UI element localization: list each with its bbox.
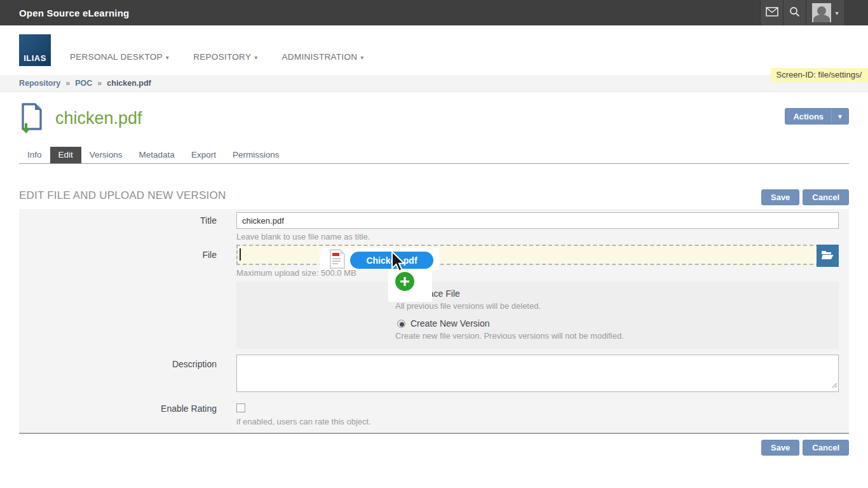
chevron-down-icon: ▾	[254, 54, 257, 61]
description-textarea[interactable]	[236, 355, 839, 392]
title-field-label: Title	[19, 212, 217, 241]
main-header: ILIAS PERSONAL DESKTOP▾ REPOSITORY▾ ADMI…	[0, 25, 868, 75]
create-new-version-option[interactable]: Create New Version	[397, 318, 839, 329]
chevron-down-icon: ▾	[166, 54, 169, 61]
user-avatar	[812, 3, 831, 22]
tab-metadata[interactable]: Metadata	[131, 147, 183, 163]
file-download-icon	[19, 102, 44, 137]
ilias-logo[interactable]: ILIAS	[19, 34, 51, 66]
main-nav: PERSONAL DESKTOP▾ REPOSITORY▾ ADMINISTRA…	[70, 52, 364, 67]
text-caret	[240, 248, 241, 261]
actions-button[interactable]: Actions ▼	[785, 108, 849, 125]
page-title: chicken.pdf	[55, 109, 142, 128]
breadcrumb-repository[interactable]: Repository	[19, 79, 60, 88]
upload-mode-group: Replace File All previous file versions …	[236, 281, 839, 349]
breadcrumb-poc[interactable]: POC	[75, 79, 92, 88]
edit-file-form: Title Leave blank to use file name as ti…	[19, 209, 849, 434]
tab-bar: Info Edit Versions Metadata Export Permi…	[19, 147, 849, 164]
browse-files-button[interactable]	[817, 245, 839, 267]
create-new-version-byline: Create new file version. Previous versio…	[395, 331, 839, 341]
breadcrumb-current: chicken.pdf	[107, 79, 151, 88]
radio-selected-icon[interactable]	[397, 320, 405, 328]
tab-versions[interactable]: Versions	[81, 147, 131, 163]
cancel-button-bottom[interactable]: Cancel	[803, 440, 849, 456]
rating-field-label: Enable Rating	[19, 403, 217, 426]
user-menu-button[interactable]: ▾	[806, 0, 845, 25]
chevron-down-icon: ▾	[835, 10, 838, 17]
chevron-down-icon: ▼	[831, 109, 848, 124]
rating-field-byline: if enabled, users can rate this object.	[236, 417, 839, 426]
cancel-button[interactable]: Cancel	[803, 189, 849, 205]
mail-button[interactable]	[760, 0, 783, 25]
folder-open-icon	[821, 250, 834, 262]
title-field-byline: Leave blank to use file name as title.	[236, 232, 839, 241]
tab-edit[interactable]: Edit	[50, 147, 81, 163]
tab-permissions[interactable]: Permissions	[224, 147, 288, 163]
save-button[interactable]: Save	[761, 189, 799, 205]
tab-info[interactable]: Info	[19, 147, 50, 163]
top-bar: Open Source eLearning ▾	[0, 0, 868, 25]
description-field-label: Description	[19, 355, 217, 392]
screen-id-badge: Screen-ID: file/settings/	[771, 68, 868, 82]
nav-personal-desktop[interactable]: PERSONAL DESKTOP▾	[70, 52, 169, 62]
nav-repository[interactable]: REPOSITORY▾	[193, 52, 257, 62]
replace-file-byline: All previous file versions will be delet…	[395, 301, 839, 311]
pdf-file-icon	[330, 249, 345, 271]
resize-handle[interactable]	[831, 379, 837, 391]
file-field-label: File	[19, 245, 217, 349]
breadcrumb: Repository » POC » chicken.pdf	[0, 75, 868, 92]
save-button-bottom[interactable]: Save	[761, 440, 799, 456]
form-heading: EDIT FILE AND UPLOAD NEW VERSION	[19, 189, 226, 202]
tab-export[interactable]: Export	[183, 147, 224, 163]
app-title: Open Source eLearning	[19, 8, 129, 18]
replace-file-option[interactable]: Replace File	[397, 288, 839, 299]
search-button[interactable]	[783, 0, 806, 25]
search-icon	[789, 6, 800, 20]
chevron-down-icon: ▾	[360, 54, 363, 61]
enable-rating-checkbox[interactable]	[236, 403, 245, 412]
nav-administration[interactable]: ADMINISTRATION▾	[282, 52, 364, 62]
title-input[interactable]	[236, 212, 839, 229]
mouse-cursor-icon	[391, 251, 407, 275]
mail-icon	[766, 7, 778, 19]
